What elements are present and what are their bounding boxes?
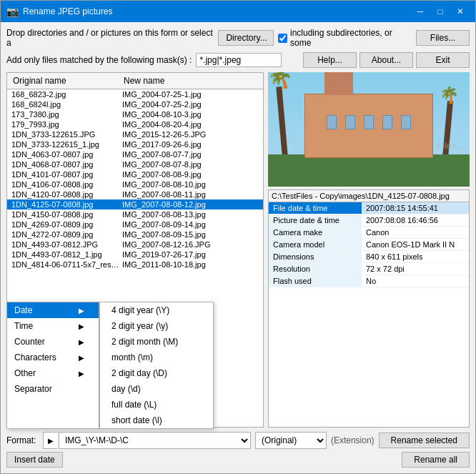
time-submenu-arrow: ▶ xyxy=(79,322,84,330)
mask-input[interactable] xyxy=(196,53,282,67)
subdirectories-label[interactable]: including subdirectories, or some xyxy=(278,28,412,48)
file-new: IMG_2007-08-09-14.jpg xyxy=(121,220,260,229)
file-original: 173_7380.jpg xyxy=(10,110,121,119)
menu-item-counter[interactable]: Counter ▶ xyxy=(7,334,99,350)
info-key: Flash used xyxy=(269,275,362,287)
file-row[interactable]: 168_6823-2.jpgIMG_2004-07-25-1.jpg xyxy=(7,89,263,99)
info-key: Dimensions xyxy=(269,251,362,262)
file-row[interactable]: 1DN_4493-07-0812.JPGIMG_2007-08-12-16.JP… xyxy=(7,240,263,250)
insert-date-button[interactable]: Insert date xyxy=(6,452,63,468)
watermark: Files... xyxy=(437,140,464,151)
file-row[interactable]: 168_6824l.jpgIMG_2004-07-25-2.jpg xyxy=(7,99,263,109)
format-label: Format: xyxy=(6,435,39,445)
extension-label: (Extension) xyxy=(331,435,375,445)
info-value: 2007:08:08 16:46:56 xyxy=(362,214,469,226)
file-new: IMG_2011-08-10-18.jpg xyxy=(121,260,260,269)
info-value: 840 x 611 pixels xyxy=(362,251,469,262)
subdirectories-checkbox[interactable] xyxy=(278,34,287,43)
mask-label: Add only files matched by the following … xyxy=(6,55,192,65)
file-row[interactable]: 1DN_4814-06-0711-5x7_resiz...IMG_2011-08… xyxy=(7,260,263,270)
submenu-2digit-year[interactable]: 2 digit year (\y) xyxy=(100,318,213,334)
info-row: Camera makeCanon xyxy=(269,227,469,239)
file-row[interactable]: 1DN_3733-122615.JPGIMG_2015-12-26-5.JPG xyxy=(7,129,263,139)
info-row: Picture date & time2007:08:08 16:46:56 xyxy=(269,214,469,227)
file-row[interactable]: 1DN_4063-07-0807.jpgIMG_2007-08-07-7.jpg xyxy=(7,149,263,159)
file-new: IMG_2007-08-08-11.jpg xyxy=(121,190,260,199)
info-row: Dimensions840 x 611 pixels xyxy=(269,251,469,263)
original-select[interactable]: (Original) xyxy=(255,432,327,449)
file-original: 1DN_3733-122615_1.jpg xyxy=(10,140,121,149)
file-new: IMG_2007-08-12-16.JPG xyxy=(121,240,260,249)
characters-submenu-arrow: ▶ xyxy=(79,354,84,362)
menu-item-separator[interactable]: Separator xyxy=(7,381,99,397)
submenu-full-date[interactable]: full date (\L) xyxy=(100,397,213,413)
file-list-header: Original name New name xyxy=(7,73,263,89)
file-new: IMG_2019-07-26-17.jpg xyxy=(121,250,260,259)
file-new: IMG_2015-12-26-5.JPG xyxy=(121,130,260,139)
about-button[interactable]: About... xyxy=(360,52,413,68)
submenu-4digit-year[interactable]: 4 digit year (\Y) xyxy=(100,302,213,318)
format-row: Format: ▶ IMG_\Y-\M-\D-\C (Original) (Ex… xyxy=(6,432,470,449)
info-row: Flash usedNo xyxy=(269,275,469,287)
file-new: IMG_2017-09-26-6.jpg xyxy=(121,140,260,149)
file-row[interactable]: 1DN_4101-07-0807.jpgIMG_2007-08-08-9.jpg xyxy=(7,169,263,179)
title-buttons: ─ □ ✕ xyxy=(411,4,470,19)
menu-item-other[interactable]: Other ▶ xyxy=(7,365,99,381)
file-original: 1DN_4106-07-0808.jpg xyxy=(10,180,121,189)
info-row: Camera modelCanon EOS-1D Mark II N xyxy=(269,239,469,251)
format-select[interactable]: IMG_\Y-\M-\D-\C xyxy=(59,432,251,449)
rename-all-button[interactable]: Rename all xyxy=(402,452,470,468)
info-key: Picture date & time xyxy=(269,214,362,226)
title-bar: 📷 Rename JPEG pictures ─ □ ✕ xyxy=(1,1,475,22)
insert-date-row: Insert date Rename all Date ▶ Time xyxy=(6,452,470,468)
file-row[interactable]: 1DN_4150-07-0808.jpgIMG_2007-08-08-13.jp… xyxy=(7,209,263,219)
info-key: Camera model xyxy=(269,239,362,250)
submenu-day[interactable]: day (\d) xyxy=(100,381,213,397)
file-row[interactable]: 1DN_4125-07-0808.jpgIMG_2007-08-08-12.jp… xyxy=(7,199,263,209)
file-original: 1DN_3733-122615.JPG xyxy=(10,130,121,139)
info-value: Canon xyxy=(362,227,469,238)
file-row[interactable]: 1DN_3733-122615_1.jpgIMG_2017-09-26-6.jp… xyxy=(7,139,263,149)
context-menu: Date ▶ Time ▶ Counter ▶ xyxy=(6,302,99,429)
submenu-2digit-day[interactable]: 2 digit day (\D) xyxy=(100,365,213,381)
directory-button[interactable]: Directory... xyxy=(218,30,274,46)
submenu-short-date[interactable]: short date (\l) xyxy=(100,413,213,428)
window-icon: 📷 xyxy=(6,6,19,17)
close-button[interactable]: ✕ xyxy=(451,4,470,19)
file-original: 168_6824l.jpg xyxy=(10,100,121,109)
main-window: 📷 Rename JPEG pictures ─ □ ✕ Drop direct… xyxy=(0,0,476,474)
drop-text: Drop directories and / or pictures on th… xyxy=(6,28,214,48)
file-row[interactable]: 1DN_4120-07-0808.jpgIMG_2007-08-08-11.jp… xyxy=(7,189,263,199)
file-new: IMG_2004-08-10-3.jpg xyxy=(121,110,260,119)
rename-selected-button[interactable]: Rename selected xyxy=(379,433,470,448)
submenu-month[interactable]: month (\m) xyxy=(100,350,213,365)
submenu-2digit-month[interactable]: 2 digit month (\M) xyxy=(100,334,213,350)
date-submenu-arrow: ▶ xyxy=(79,307,84,315)
exit-button[interactable]: Exit xyxy=(416,52,470,68)
minimize-button[interactable]: ─ xyxy=(411,4,430,19)
menu-item-time[interactable]: Time ▶ xyxy=(7,318,99,334)
menu-item-characters[interactable]: Characters ▶ xyxy=(7,350,99,365)
file-row[interactable]: 173_7380.jpgIMG_2004-08-10-3.jpg xyxy=(7,109,263,119)
help-button[interactable]: Help... xyxy=(303,52,357,68)
file-original: 1DN_4150-07-0808.jpg xyxy=(10,210,121,219)
file-new: IMG_2007-08-08-12.jpg xyxy=(121,200,260,209)
file-row[interactable]: 1DN_4269-07-0809.jpgIMG_2007-08-09-14.jp… xyxy=(7,219,263,229)
file-row[interactable]: 1DN_4068-07-0807.jpgIMG_2007-08-07-8.jpg xyxy=(7,159,263,169)
maximize-button[interactable]: □ xyxy=(431,4,450,19)
info-row: File date & time2007:08:15 14:55:41 xyxy=(269,202,469,214)
file-original: 1DN_4272-07-0809.jpg xyxy=(10,230,121,239)
menu-item-date[interactable]: Date ▶ xyxy=(7,302,99,318)
info-key: Resolution xyxy=(269,263,362,275)
file-row[interactable]: 1DN_4106-07-0808.jpgIMG_2007-08-08-10.jp… xyxy=(7,179,263,189)
file-new: IMG_2007-08-08-10.jpg xyxy=(121,180,260,189)
file-row[interactable]: 1DN_4272-07-0809.jpgIMG_2007-08-09-15.jp… xyxy=(7,229,263,240)
format-dropdown-icon[interactable]: ▶ xyxy=(43,432,57,449)
file-row[interactable]: 1DN_4493-07-0812_1.jpgIMG_2019-07-26-17.… xyxy=(7,250,263,260)
file-new: IMG_2007-08-08-13.jpg xyxy=(121,210,260,219)
second-row: Add only files matched by the following … xyxy=(6,52,470,68)
col-new-header: New name xyxy=(121,74,260,87)
file-row[interactable]: 179_7993.jpgIMG_2004-08-20-4.jpg xyxy=(7,119,263,129)
files-button[interactable]: Files... xyxy=(416,30,470,46)
file-original: 1DN_4101-07-0807.jpg xyxy=(10,170,121,179)
